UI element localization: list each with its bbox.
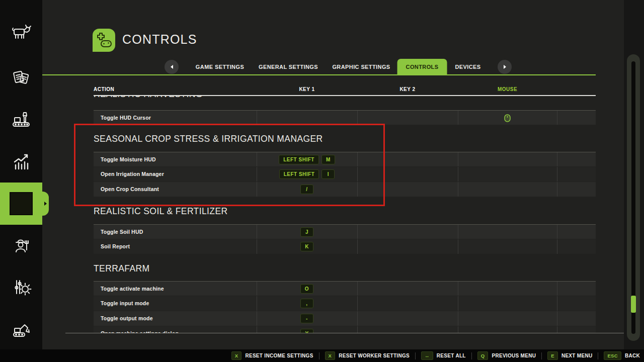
mouse-cell[interactable]: [458, 167, 557, 182]
key1-cell[interactable]: K: [257, 239, 357, 254]
hint-previous-menu[interactable]: QPREVIOUS MENU: [477, 351, 536, 360]
key1-cell[interactable]: LEFT SHIFTI: [257, 167, 357, 182]
section-title: REALISTIC SOIL & FERTILIZER: [94, 206, 228, 218]
section-title: SEASONAL CROP STRESS & IRRIGATION MANAGE…: [94, 134, 323, 146]
column-divider: [557, 239, 557, 254]
header-divider: [94, 95, 596, 96]
column-divider: [557, 311, 557, 326]
control-row[interactable]: Open machine settings dialogY: [94, 326, 596, 333]
column-header-action: ACTION: [94, 86, 114, 95]
key2-cell[interactable]: [357, 296, 458, 311]
mouse-cell[interactable]: [458, 225, 557, 239]
tab-game-settings[interactable]: GAME SETTINGS: [196, 59, 244, 75]
key1-cell[interactable]: [257, 111, 357, 125]
key-badge: M: [321, 155, 335, 164]
key-badge: Q: [477, 351, 489, 360]
mouse-cell[interactable]: [458, 152, 557, 167]
tab-devices[interactable]: DEVICES: [455, 59, 480, 75]
key1-cell[interactable]: -: [257, 311, 357, 326]
column-header-key1: KEY 1: [257, 86, 357, 95]
action-label: Open Irrigation Manager: [101, 167, 164, 182]
key2-cell[interactable]: [357, 326, 458, 333]
key-badge: /: [300, 185, 313, 194]
action-label: Toggle Soil HUD: [101, 225, 143, 239]
settings-icon: [10, 276, 33, 299]
key-badge: O: [300, 284, 313, 294]
key2-cell[interactable]: [357, 152, 458, 167]
key1-cell[interactable]: J: [257, 225, 357, 239]
mouse-cell[interactable]: [458, 296, 557, 311]
scrollbar-thumb[interactable]: [631, 296, 636, 313]
sidebar-item-character[interactable]: [0, 225, 42, 267]
key2-cell[interactable]: [357, 167, 458, 182]
divider: [319, 352, 319, 359]
control-row[interactable]: Toggle activate machineO: [94, 281, 596, 296]
action-label: Soil Report: [101, 239, 130, 254]
divider: [598, 352, 598, 359]
key2-cell[interactable]: [357, 311, 458, 326]
sidebar-item-production[interactable]: [0, 99, 42, 141]
key1-cell[interactable]: ,: [257, 296, 357, 311]
chevron-right-icon: [504, 65, 506, 69]
action-label: Toggle activate machine: [101, 282, 164, 296]
action-label: Toggle input mode: [101, 296, 149, 311]
key-badge: LEFT SHIFT: [279, 155, 319, 164]
mouse-cell[interactable]: [458, 311, 557, 326]
column-divider: [557, 225, 557, 239]
tab-controls[interactable]: CONTROLS: [397, 59, 447, 75]
hint-next-menu[interactable]: ENEXT MENU: [547, 351, 592, 360]
control-row[interactable]: Toggle Soil HUDJ: [94, 224, 596, 239]
mouse-cell[interactable]: [458, 182, 557, 197]
mouse-cell[interactable]: [458, 239, 557, 254]
key-badge: ,: [300, 299, 313, 308]
hint-back[interactable]: ESCBACK: [604, 351, 640, 360]
control-row[interactable]: Toggle HUD Cursor: [94, 110, 596, 125]
mouse-cell[interactable]: [458, 326, 557, 333]
sidebar-item-animals[interactable]: [0, 9, 42, 58]
mouse-cell[interactable]: [458, 111, 557, 125]
mouse-cell[interactable]: [458, 282, 557, 296]
key2-cell[interactable]: [357, 182, 458, 197]
column-divider: [557, 296, 557, 311]
hint-reset-all[interactable]: ↔RESET ALL: [421, 351, 466, 360]
column-header-mouse: MOUSE: [458, 86, 557, 95]
key2-cell[interactable]: [357, 282, 458, 296]
key2-cell[interactable]: [357, 225, 458, 239]
control-row[interactable]: Open Irrigation ManagerLEFT SHIFTI: [94, 167, 596, 182]
hint-label: RESET INCOME SETTINGS: [245, 353, 313, 358]
action-label: Open machine settings dialog: [101, 326, 179, 333]
tab-general-settings[interactable]: GENERAL SETTINGS: [259, 59, 318, 75]
column-divider: [557, 282, 557, 296]
control-row[interactable]: Open Crop Consultant/: [94, 182, 596, 197]
control-row[interactable]: Soil ReportK: [94, 239, 596, 254]
key2-cell[interactable]: [357, 111, 458, 125]
sidebar-item-statistics[interactable]: [0, 140, 42, 184]
sidebar-item-contracts[interactable]: [0, 57, 42, 100]
sidebar-item-construction[interactable]: [0, 308, 42, 350]
hint-label: RESET WORKER SETTINGS: [339, 353, 410, 358]
key1-cell[interactable]: O: [257, 282, 357, 296]
statistics-icon: [10, 150, 33, 173]
vehicles-icon: [10, 0, 33, 9]
sidebar-item-mod-settings[interactable]: [0, 183, 42, 226]
tab-graphic-settings[interactable]: GRAPHIC SETTINGS: [332, 59, 390, 75]
tabs-next-button[interactable]: [498, 60, 512, 74]
hint-label: NEXT MENU: [561, 353, 593, 358]
key1-cell[interactable]: LEFT SHIFTM: [257, 152, 357, 167]
control-row[interactable]: Toggle input mode,: [94, 296, 596, 311]
tabs-prev-button[interactable]: [165, 60, 179, 74]
control-row[interactable]: Toggle output mode-: [94, 311, 596, 326]
scrollbar-track[interactable]: [631, 61, 635, 334]
divider: [415, 352, 416, 359]
hint-reset-income-settings[interactable]: XRESET INCOME SETTINGS: [231, 351, 313, 360]
key1-cell[interactable]: /: [257, 182, 357, 197]
column-divider: [557, 111, 557, 125]
hint-label: BACK: [625, 353, 640, 358]
control-row[interactable]: Toggle Moisture HUDLEFT SHIFTM: [94, 152, 596, 166]
key1-cell[interactable]: Y: [257, 326, 357, 333]
key2-cell[interactable]: [357, 239, 458, 254]
sidebar-item-settings[interactable]: [0, 266, 42, 309]
section-title: REALISTIC HARVESTING: [94, 96, 203, 101]
scrollbar[interactable]: [627, 54, 640, 341]
hint-reset-worker-settings[interactable]: XRESET WORKER SETTINGS: [325, 351, 410, 360]
